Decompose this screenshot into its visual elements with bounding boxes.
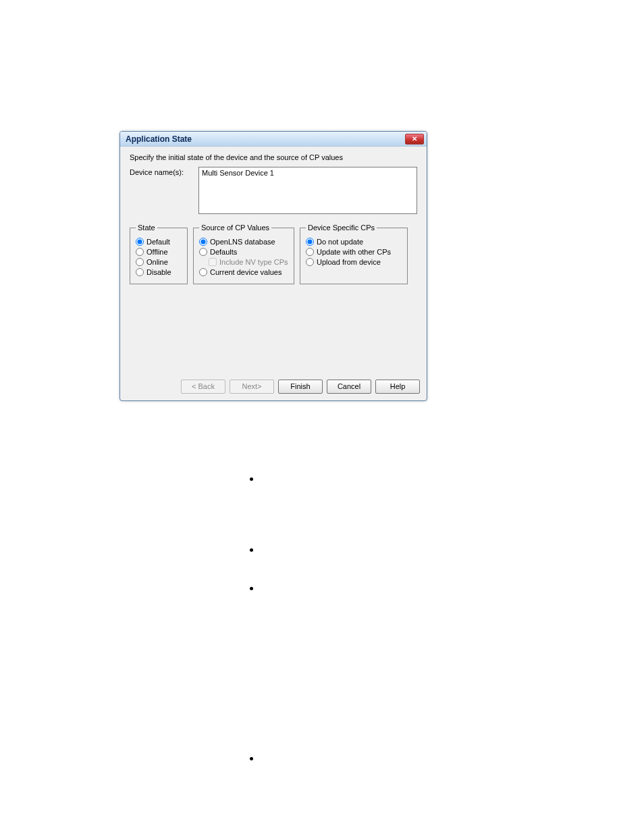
specific-upload-input[interactable] — [306, 258, 314, 266]
state-online-input[interactable] — [136, 258, 144, 266]
device-names-list[interactable]: Multi Sensor Device 1 — [198, 167, 417, 214]
specific-update-with-other-input[interactable] — [306, 248, 314, 256]
state-online-radio[interactable]: Online — [136, 258, 182, 266]
state-disable-input[interactable] — [136, 268, 144, 276]
state-disable-label: Disable — [146, 268, 171, 276]
source-include-nv-checkbox: Include NV type CPs — [209, 258, 288, 266]
next-button: Next> — [230, 380, 274, 394]
specific-legend: Device Specific CPs — [306, 224, 377, 232]
specific-do-not-update-radio[interactable]: Do not update — [306, 238, 402, 246]
dialog-body: Specify the initial state of the device … — [120, 147, 427, 375]
state-disable-radio[interactable]: Disable — [136, 268, 182, 276]
page-bullet — [250, 548, 253, 552]
source-openlns-input[interactable] — [199, 238, 207, 246]
state-default-input[interactable] — [136, 238, 144, 246]
page-bullet — [250, 757, 253, 760]
specific-group: Device Specific CPs Do not update Update… — [300, 224, 408, 284]
state-default-radio[interactable]: Default — [136, 238, 182, 246]
device-names-row: Device name(s): Multi Sensor Device 1 — [130, 167, 417, 214]
state-legend: State — [136, 224, 157, 232]
source-include-nv-label: Include NV type CPs — [219, 258, 288, 266]
source-legend: Source of CP Values — [199, 224, 271, 232]
state-offline-input[interactable] — [136, 248, 144, 256]
device-name-item: Multi Sensor Device 1 — [202, 169, 414, 177]
source-current-radio[interactable]: Current device values — [199, 268, 288, 276]
instruction-text: Specify the initial state of the device … — [130, 153, 417, 161]
button-row: < Back Next> Finish Cancel Help — [120, 375, 427, 400]
specific-do-not-update-input[interactable] — [306, 238, 314, 246]
state-group: State Default Offline Online Disable — [130, 224, 188, 284]
state-offline-radio[interactable]: Offline — [136, 248, 182, 256]
close-button[interactable] — [405, 134, 424, 145]
groups-row: State Default Offline Online Disable — [130, 224, 417, 284]
page-bullet — [250, 587, 253, 590]
state-default-label: Default — [146, 238, 170, 246]
device-names-label: Device name(s): — [130, 167, 190, 176]
specific-update-with-other-radio[interactable]: Update with other CPs — [306, 248, 402, 256]
titlebar: Application State — [120, 132, 427, 147]
dialog-title: Application State — [126, 134, 192, 144]
source-openlns-label: OpenLNS database — [210, 238, 275, 246]
source-defaults-input[interactable] — [199, 248, 207, 256]
source-group: Source of CP Values OpenLNS database Def… — [193, 224, 294, 284]
help-button[interactable]: Help — [375, 380, 420, 394]
specific-do-not-update-label: Do not update — [317, 238, 363, 246]
specific-upload-label: Upload from device — [317, 258, 381, 266]
source-current-label: Current device values — [210, 268, 281, 276]
page-bullet — [250, 477, 253, 481]
state-offline-label: Offline — [146, 248, 168, 256]
source-defaults-label: Defaults — [210, 248, 237, 256]
source-openlns-radio[interactable]: OpenLNS database — [199, 238, 288, 246]
source-current-input[interactable] — [199, 268, 207, 276]
source-include-nv-input — [209, 258, 217, 266]
specific-update-with-other-label: Update with other CPs — [317, 248, 391, 256]
back-button: < Back — [181, 380, 225, 394]
finish-button[interactable]: Finish — [278, 380, 323, 394]
spacer — [130, 284, 417, 370]
source-defaults-radio[interactable]: Defaults — [199, 248, 288, 256]
state-online-label: Online — [146, 258, 168, 266]
specific-upload-radio[interactable]: Upload from device — [306, 258, 402, 266]
cancel-button[interactable]: Cancel — [327, 380, 371, 394]
application-state-dialog: Application State Specify the initial st… — [119, 131, 427, 401]
